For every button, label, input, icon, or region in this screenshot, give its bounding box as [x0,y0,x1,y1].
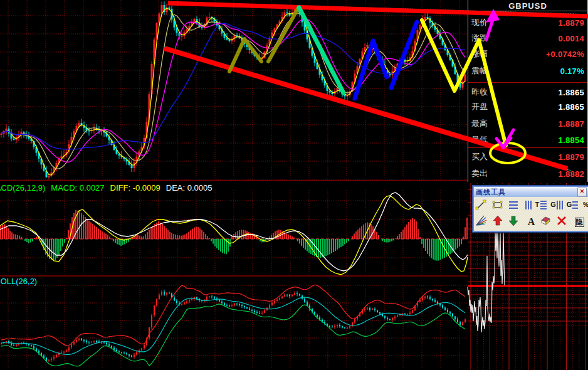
close-icon[interactable]: ✕ [577,188,587,197]
up-arrow-tool-icon [491,214,504,227]
eraser-tool-icon [539,214,552,227]
percent-lines-tool[interactable]: % [571,199,587,214]
quote-panel: GBPUSD 现价1.8879涨跌0.0014涨幅+0.0742%震幅0.17%… [468,0,588,182]
percent-lines-tool-icon [571,199,584,211]
quote-label: 开盘 [471,101,488,112]
eraser-tool[interactable] [539,214,555,230]
up-arrow-tool[interactable] [491,214,508,230]
palette-title-bar[interactable]: 画线工具 ✕ [474,187,588,197]
quote-value: 1.8887 [558,119,584,129]
quote-row: 现价1.8879 [468,18,587,28]
drawing-tools-palette: 画线工具 ✕ TGG%A隐 [473,186,588,232]
quote-value: 1.8865 [558,88,584,97]
quote-label: 涨跌 [471,33,488,44]
title-divider [468,11,587,11]
quote-value: 0.17% [560,66,584,76]
quote-label: 现价 [471,17,488,28]
vertical-grid-tool-glyph: T [535,201,540,208]
delete-tool[interactable] [555,214,572,230]
rectangle-tool-icon [491,199,504,211]
quote-label: 震幅 [471,65,488,77]
macd-label-part: MACD: 0.0027 [51,183,104,193]
macd-label-part: DEA: 0.0005 [166,183,213,193]
quote-label: 涨幅 [471,48,488,60]
trading-window: GBPUSD 现价1.8879涨跌0.0014涨幅+0.0742%震幅0.17%… [0,0,588,370]
trendline-tool-icon [475,199,488,211]
parallel-lines-tool[interactable] [507,199,523,214]
hide-tool[interactable]: 隐 [571,214,587,230]
palette-title: 画线工具 [476,188,506,197]
quote-row: 最高1.8887 [468,119,587,129]
quote-value: +0.0742% [546,50,584,59]
vertical-grid-tool-icon [523,199,536,211]
quote-label: 最低 [471,134,488,145]
quote-value: 0.0014 [558,34,584,43]
quote-label: 买入 [471,151,488,162]
vertical-golden-section-tool[interactable]: G [555,199,572,214]
quote-row: 卖出1.8882 [468,169,587,179]
gann-fan-tool-icon [475,214,488,227]
quote-row: 买入1.8879 [468,152,587,162]
quote-row: 涨跌0.0014 [468,33,587,43]
gann-fan-tool[interactable] [475,214,491,230]
macd-label-part: DIFF: -0.0009 [110,183,160,193]
quote-row: 涨幅+0.0742% [468,49,587,59]
quote-label: 最高 [471,118,488,129]
quote-value: 1.8882 [558,169,584,179]
quote-value: 1.8865 [558,102,584,112]
text-tool-glyph: A [528,217,535,227]
trendline-tool[interactable] [475,199,491,214]
down-arrow-tool[interactable] [507,214,523,230]
parallel-lines-tool-icon [507,199,520,211]
macd-indicator-label: MACD(26,12,9)MACD: 0.0027DIFF: -0.0009DE… [0,183,218,193]
rectangle-tool[interactable] [491,199,508,214]
vertical-golden-section-tool-icon [555,199,568,211]
quote-value: 1.8879 [558,18,584,28]
vertical-grid-tool[interactable]: T [523,199,540,214]
quote-value: 1.8879 [558,152,584,162]
quote-separator [468,82,587,83]
quote-row: 昨收1.8865 [468,87,587,97]
quote-row: 震幅0.17% [468,66,587,76]
hide-tool-glyph: 隐 [575,218,584,227]
quote-label: 昨收 [471,87,488,98]
quote-row: 最低1.8854 [468,135,587,145]
macd-label-part: MACD(26,12,9) [0,183,45,193]
percent-lines-tool-glyph: % [583,202,588,208]
delete-tool-icon [555,214,568,227]
quote-label: 卖出 [471,168,488,179]
symbol-title: GBPUSD [468,1,587,11]
quote-row: 开盘1.8865 [468,102,587,112]
horizontal-golden-section-tool-icon [539,199,552,211]
quote-value: 1.8854 [558,135,584,145]
boll-indicator-label: BOLL(26,2) [0,277,37,286]
text-tool[interactable]: A [523,214,540,230]
quote-separator [468,147,587,148]
horizontal-golden-section-tool[interactable]: G [539,199,555,214]
down-arrow-tool-icon [507,214,520,227]
